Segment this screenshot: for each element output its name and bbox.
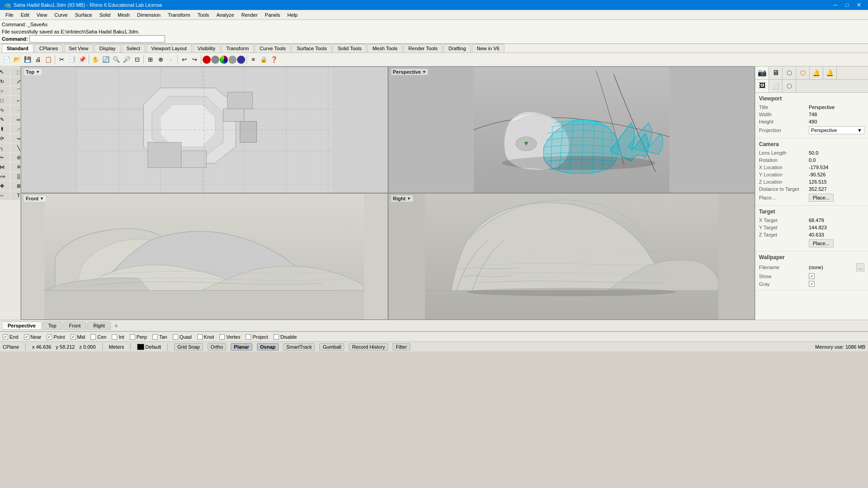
explode-tool[interactable]: ※ — [10, 162, 21, 171]
menu-edit[interactable]: Edit — [17, 11, 33, 19]
point-tool[interactable]: · — [10, 105, 21, 114]
viewport-perspective[interactable]: Perspective ▼ — [388, 66, 755, 193]
tab-drafting[interactable]: Drafting — [443, 44, 471, 52]
freehand-tool[interactable]: ✎ — [0, 115, 10, 124]
osnap-mid[interactable]: Mid — [71, 334, 85, 340]
tab-display[interactable]: Display — [94, 44, 120, 52]
shaded-icon[interactable] — [211, 56, 219, 64]
osnap-int-checkbox[interactable] — [112, 334, 117, 340]
split-tool[interactable]: ⊘ — [10, 153, 21, 162]
osnap-mid-checkbox[interactable] — [71, 334, 76, 340]
tab-surface-tools[interactable]: Surface Tools — [292, 44, 332, 52]
grid-snap-button[interactable]: Grid Snap — [174, 343, 203, 351]
minimize-button[interactable]: ─ — [830, 1, 841, 9]
ghosted-icon[interactable] — [228, 56, 237, 64]
rotate-tool[interactable]: ↻ — [0, 77, 10, 86]
sweep-tool[interactable]: ↝ — [10, 134, 21, 143]
menu-panels[interactable]: Panels — [261, 11, 284, 19]
tab-viewport-layout[interactable]: Viewport Layout — [146, 44, 192, 52]
osnap-int[interactable]: Int — [112, 334, 124, 340]
snap-icon[interactable]: ⊕ — [156, 55, 166, 65]
tab-new-v6[interactable]: New in V6 — [472, 44, 504, 52]
panel-subtab-sphere[interactable]: ⬡ — [783, 80, 796, 92]
gray-checkbox[interactable] — [809, 281, 815, 287]
ortho-button[interactable]: Ortho — [208, 343, 227, 351]
undo-icon[interactable]: ↩ — [179, 55, 189, 65]
tab-standard[interactable]: Standard — [2, 44, 33, 52]
panel-tab-3d[interactable]: ⬡ — [783, 66, 796, 79]
circle-tool[interactable]: ○ — [0, 86, 10, 95]
group-tool[interactable]: ⊞ — [10, 181, 21, 190]
vp-tab-perspective[interactable]: Perspective — [2, 322, 42, 330]
maximize-button[interactable]: □ — [842, 1, 853, 9]
osnap-project-checkbox[interactable] — [246, 334, 251, 340]
save-icon[interactable]: 💾 — [23, 55, 33, 65]
tab-curve-tools[interactable]: Curve Tools — [255, 44, 291, 52]
osnap-tan-checkbox[interactable] — [152, 334, 158, 340]
filter-button[interactable]: Filter — [393, 343, 410, 351]
tab-select[interactable]: Select — [122, 44, 146, 52]
tab-set-view[interactable]: Set View — [64, 44, 93, 52]
menu-help[interactable]: Help — [284, 11, 301, 19]
vp-tab-top[interactable]: Top — [43, 322, 62, 330]
menu-dimension[interactable]: Dimension — [133, 11, 164, 19]
command-input[interactable] — [29, 35, 165, 43]
osnap-point-checkbox[interactable] — [47, 334, 52, 340]
osnap-perp-checkbox[interactable] — [130, 334, 135, 340]
osnap-quad[interactable]: Quad — [173, 334, 192, 340]
panel-subtab-img[interactable]: 🖼 — [755, 80, 769, 92]
rendered-icon[interactable] — [220, 56, 228, 64]
osnap-quad-checkbox[interactable] — [173, 334, 178, 340]
vp-tab-right[interactable]: Right — [87, 322, 111, 330]
tab-visibility[interactable]: Visibility — [193, 44, 221, 52]
viewport-front-label[interactable]: Front ▼ — [24, 195, 46, 202]
menu-mesh[interactable]: Mesh — [114, 11, 133, 19]
revolve-tool[interactable]: ⟳ — [0, 134, 10, 143]
zoom-extents-icon[interactable]: ⊡ — [132, 55, 142, 65]
trim-tool[interactable]: ✁ — [0, 153, 10, 162]
helix-tool[interactable]: ∞ — [10, 115, 21, 124]
tab-render-tools[interactable]: Render Tools — [403, 44, 443, 52]
copy-icon[interactable]: 📑 — [67, 55, 77, 65]
viewport-top-label[interactable]: Top ▼ — [24, 69, 42, 75]
wireframe-icon[interactable] — [203, 56, 211, 64]
zoom-in-icon[interactable]: 🔍 — [111, 55, 121, 65]
place-target-button[interactable]: Place... — [809, 239, 834, 247]
osnap-vertex[interactable]: Vertex — [219, 334, 240, 340]
array-tool[interactable]: ⣿ — [10, 172, 21, 181]
tab-mesh-tools[interactable]: Mesh Tools — [367, 44, 402, 52]
panel-subtab-3dbox[interactable]: ⬜ — [769, 80, 783, 92]
filename-browse-button[interactable]: … — [856, 263, 864, 271]
rotate-icon[interactable]: 🔄 — [101, 55, 111, 65]
planar-button[interactable]: Planar — [231, 343, 252, 351]
tab-solid-tools[interactable]: Solid Tools — [332, 44, 366, 52]
pan-icon[interactable]: ✋ — [90, 55, 100, 65]
rect-tool[interactable]: □ — [0, 96, 10, 105]
chamfer-tool[interactable]: ╲ — [10, 143, 21, 152]
redo-icon[interactable]: ↪ — [190, 55, 199, 65]
osnap-near[interactable]: Near — [24, 334, 42, 340]
osnap-near-checkbox[interactable] — [24, 334, 29, 340]
osnap-project[interactable]: Project — [246, 334, 268, 340]
menu-file[interactable]: File — [2, 11, 17, 19]
panel-tab-display[interactable]: 🖥 — [769, 66, 783, 79]
text-tool[interactable]: T — [10, 191, 21, 200]
menu-transform[interactable]: Transform — [164, 11, 194, 19]
viewport-right-label[interactable]: Right ▼ — [391, 195, 413, 202]
dimension-tool[interactable]: ↔ — [0, 191, 10, 200]
viewport-front[interactable]: Front ▼ — [21, 193, 388, 320]
osnap-point[interactable]: Point — [47, 334, 65, 340]
menu-tools[interactable]: Tools — [194, 11, 213, 19]
osnap-knot-checkbox[interactable] — [197, 334, 203, 340]
menu-render[interactable]: Render — [238, 11, 261, 19]
tab-cplanes[interactable]: CPlanes — [34, 44, 63, 52]
show-checkbox[interactable] — [809, 273, 815, 279]
panel-tab-extra1[interactable]: ⬡ — [796, 66, 810, 79]
loft-tool[interactable]: ⟋ — [10, 124, 21, 133]
vp-tab-front[interactable]: Front — [63, 322, 87, 330]
zoom-out-icon[interactable]: 🔎 — [122, 55, 132, 65]
osnap-disable-checkbox[interactable] — [274, 334, 279, 340]
osnap-cen-checkbox[interactable] — [90, 334, 96, 340]
osnap-button[interactable]: Osnap — [257, 343, 279, 351]
viewport-perspective-label[interactable]: Perspective ▼ — [391, 69, 428, 75]
